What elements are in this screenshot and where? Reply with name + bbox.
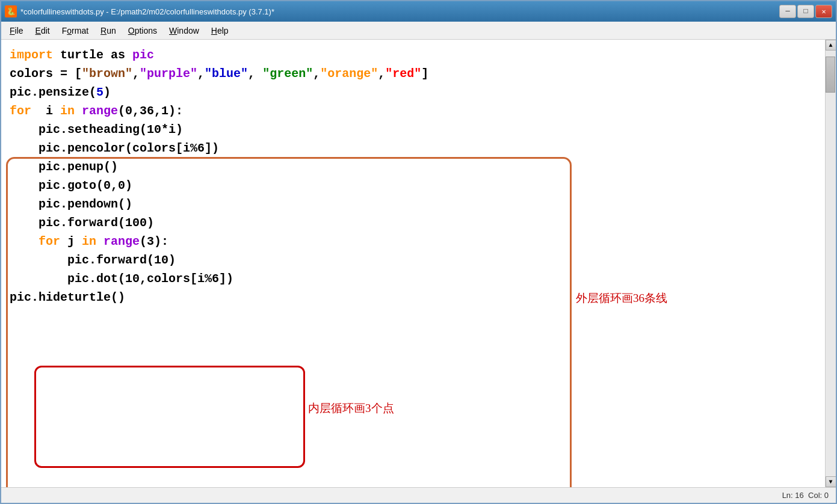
code-line-7: pic.penup() bbox=[10, 158, 817, 176]
minimize-button[interactable]: ─ bbox=[779, 5, 796, 18]
app-icon: 🐍 bbox=[5, 5, 17, 17]
title-bar-left: 🐍 *colorfullineswithdots.py - E:/pmath2/… bbox=[5, 5, 274, 17]
title-bar: 🐍 *colorfullineswithdots.py - E:/pmath2/… bbox=[1, 1, 836, 22]
code-line-11: for j in range(3): bbox=[10, 232, 817, 251]
scroll-down-button[interactable]: ▼ bbox=[826, 476, 836, 487]
menu-help[interactable]: Help bbox=[205, 23, 235, 38]
menu-run[interactable]: Run bbox=[94, 23, 122, 38]
code-line-6: pic.pencolor(colors[i%6]) bbox=[10, 139, 817, 158]
code-line-9: pic.pendown() bbox=[10, 195, 817, 214]
main-window: 🐍 *colorfullineswithdots.py - E:/pmath2/… bbox=[0, 0, 837, 504]
window-controls: ─ □ ✕ bbox=[779, 5, 832, 18]
status-position: Ln: 16 Col: 0 bbox=[782, 491, 829, 500]
menu-bar: File Edit Format Run Options Window Help bbox=[1, 22, 836, 40]
code-line-2: colors = ["brown","purple","blue", "gree… bbox=[10, 64, 817, 83]
scroll-track[interactable] bbox=[826, 51, 836, 476]
restore-button[interactable]: □ bbox=[797, 5, 814, 18]
vertical-scrollbar[interactable]: ▲ ▼ bbox=[825, 40, 836, 487]
inner-loop-annotation: 内层循环画3个点 bbox=[308, 399, 394, 417]
code-line-12: pic.forward(10) bbox=[10, 251, 817, 269]
window-title: *colorfullineswithdots.py - E:/pmath2/m0… bbox=[20, 7, 274, 16]
code-editor[interactable]: import turtle as pic colors = ["brown","… bbox=[1, 40, 825, 487]
code-line-1: import turtle as pic bbox=[10, 46, 817, 64]
code-line-8: pic.goto(0,0) bbox=[10, 176, 817, 195]
code-line-13: pic.dot(10,colors[i%6]) bbox=[10, 269, 817, 288]
code-line-10: pic.forward(100) bbox=[10, 214, 817, 232]
inner-loop-box bbox=[34, 366, 305, 468]
scroll-thumb[interactable] bbox=[826, 57, 835, 93]
close-button[interactable]: ✕ bbox=[815, 5, 832, 18]
code-line-3: pic.pensize(5) bbox=[10, 83, 817, 102]
code-line-5: pic.setheading(10*i) bbox=[10, 120, 817, 139]
editor-container: import turtle as pic colors = ["brown","… bbox=[1, 40, 836, 487]
scroll-up-button[interactable]: ▲ bbox=[826, 40, 836, 51]
code-line-15: pic.hideturtle() bbox=[10, 288, 817, 307]
menu-options[interactable]: Options bbox=[122, 23, 163, 38]
menu-window[interactable]: Window bbox=[163, 23, 205, 38]
code-line-4: for i in range(0,36,1): bbox=[10, 102, 817, 120]
status-bar: Ln: 16 Col: 0 bbox=[1, 487, 836, 503]
menu-file[interactable]: File bbox=[4, 23, 29, 38]
menu-edit[interactable]: Edit bbox=[29, 23, 56, 38]
menu-format[interactable]: Format bbox=[56, 23, 94, 38]
